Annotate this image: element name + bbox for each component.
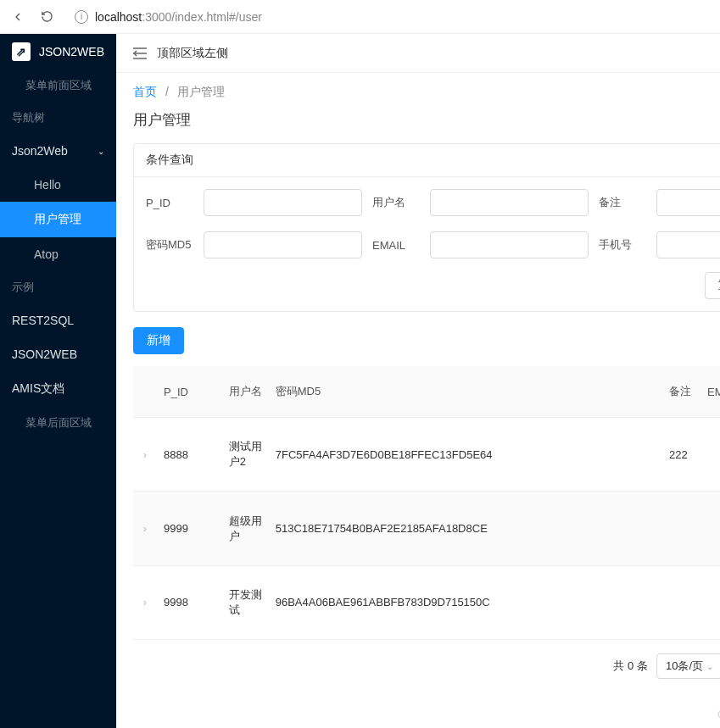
cell-email xyxy=(700,492,720,565)
cell-md5: 513C18E71754B0BAF2E2185AFA18D8CE xyxy=(269,492,662,565)
row-expand[interactable]: › xyxy=(133,492,157,565)
cell-email xyxy=(700,565,720,639)
cell-email xyxy=(700,418,720,492)
chevron-down-icon: ⌄ xyxy=(706,662,713,671)
example-label: 示例 xyxy=(0,271,116,303)
query-panel: 条件查询 P_ID 用户名 备注 密码MD5 EMAIL 手机号 重置 查询 xyxy=(133,143,720,312)
sidebar-link-json2web[interactable]: JSON2WEB xyxy=(0,337,116,371)
breadcrumb: 首页 / 用户管理 xyxy=(133,81,720,110)
browser-bar: i localhost:3000/index.html#/user xyxy=(0,0,720,34)
main: 顶部区域左侧 退出 首页 / 用户管理 用户管理 条件查询 P_ID 用户名 备… xyxy=(116,34,720,728)
label-remark: 备注 xyxy=(599,195,650,210)
input-phone[interactable] xyxy=(656,231,720,258)
sidebar-before: 菜单前面区域 xyxy=(0,69,116,102)
sidebar-link-label: JSON2WEB xyxy=(12,347,77,361)
collapse-icon[interactable] xyxy=(133,47,147,59)
field-email: EMAIL xyxy=(372,231,589,258)
sidebar-link-label: REST2SQL xyxy=(12,314,74,327)
sidebar-link-label: AMIS文档 xyxy=(12,381,64,397)
cell-pid: 9999 xyxy=(157,492,222,565)
field-md5: 密码MD5 xyxy=(146,231,362,258)
crumb-current: 用户管理 xyxy=(177,85,225,98)
field-pid: P_ID xyxy=(146,189,362,216)
user-table: P_ID 用户名 密码MD5 备注 EMAIL 手机号 操作 ›8888测试用户… xyxy=(133,366,720,640)
col-index xyxy=(133,366,157,418)
sidebar-item-atop[interactable]: Atop xyxy=(0,237,116,271)
table-row: ›8888测试用户27FC5FA4AF3D7E6D0BE18FFEC13FD5E… xyxy=(133,418,720,492)
brand[interactable]: ⇗ JSON2WEB xyxy=(0,34,116,69)
page-size-label: 10条/页 xyxy=(666,659,703,674)
col-remark: 备注 xyxy=(662,366,700,418)
brand-text: JSON2WEB xyxy=(39,45,104,58)
brand-icon: ⇗ xyxy=(12,42,31,61)
sidebar-item-user[interactable]: 用户管理 xyxy=(0,202,116,237)
back-icon[interactable] xyxy=(10,9,25,25)
field-remark: 备注 xyxy=(599,189,720,216)
table-row: ›9999超级用户513C18E71754B0BAF2E2185AFA18D8C… xyxy=(133,492,720,565)
col-email: EMAIL xyxy=(700,366,720,418)
page-title: 用户管理 xyxy=(133,110,720,130)
cell-remark xyxy=(662,492,700,565)
row-expand[interactable]: › xyxy=(133,565,157,639)
sidebar-after: 菜单后面区域 xyxy=(0,407,116,439)
pager-total: 共 0 条 xyxy=(613,659,647,674)
cell-username: 开发测试 xyxy=(222,565,269,639)
col-pid: P_ID xyxy=(157,366,222,418)
sidebar-group-label: Json2Web xyxy=(12,144,68,158)
table-row: ›9998开发测试96BA4A06BAE961ABBFB783D9D715150… xyxy=(133,565,720,639)
add-button[interactable]: 新增 xyxy=(133,327,184,354)
field-username: 用户名 xyxy=(372,189,589,216)
sidebar-item-hello[interactable]: Hello xyxy=(0,168,116,202)
label-pid: P_ID xyxy=(146,197,197,209)
input-email[interactable] xyxy=(430,231,589,258)
col-username: 用户名 xyxy=(222,366,269,418)
label-email: EMAIL xyxy=(372,239,423,252)
label-md5: 密码MD5 xyxy=(146,237,197,253)
col-md5: 密码MD5 xyxy=(269,366,662,418)
url-box[interactable]: i localhost:3000/index.html#/user xyxy=(68,10,710,24)
input-remark[interactable] xyxy=(656,189,720,216)
chevron-down-icon: ⌄ xyxy=(98,147,104,156)
info-icon: i xyxy=(75,10,88,24)
sidebar-group-json2web[interactable]: Json2Web ⌄ xyxy=(0,134,116,168)
cell-remark xyxy=(662,565,700,639)
query-title: 条件查询 xyxy=(134,144,720,177)
input-username[interactable] xyxy=(430,189,589,216)
url-text: localhost:3000/index.html#/user xyxy=(95,10,262,24)
cell-md5: 7FC5FA4AF3D7E6D0BE18FFEC13FD5E64 xyxy=(269,418,662,492)
row-expand[interactable]: › xyxy=(133,418,157,492)
cell-remark: 222 xyxy=(662,418,700,492)
topbar: 顶部区域左侧 退出 xyxy=(116,34,720,73)
content: 首页 / 用户管理 用户管理 条件查询 P_ID 用户名 备注 密码MD5 EM… xyxy=(116,73,720,728)
input-md5[interactable] xyxy=(204,231,362,258)
input-pid[interactable] xyxy=(204,189,362,216)
nav-label: 导航树 xyxy=(0,102,116,134)
label-phone: 手机号 xyxy=(599,237,650,253)
cell-pid: 9998 xyxy=(157,565,222,639)
crumb-home[interactable]: 首页 xyxy=(133,85,157,98)
cell-md5: 96BA4A06BAE961ABBFB783D9D715150C xyxy=(269,565,662,639)
cell-pid: 8888 xyxy=(157,418,222,492)
topbar-left-text: 顶部区域左侧 xyxy=(157,46,228,61)
cell-username: 测试用户2 xyxy=(222,418,269,492)
page-size-select[interactable]: 10条/页 ⌄ xyxy=(656,653,720,679)
pager: 共 0 条 10条/页 ⌄ ‹ 1 › xyxy=(133,640,720,686)
sidebar-link-amis[interactable]: AMIS文档 xyxy=(0,371,116,407)
reload-icon[interactable] xyxy=(39,9,54,25)
reset-button[interactable]: 重置 xyxy=(705,272,720,299)
cell-username: 超级用户 xyxy=(222,492,269,565)
sidebar-link-rest2sql[interactable]: REST2SQL xyxy=(0,303,116,337)
label-username: 用户名 xyxy=(372,195,423,210)
sidebar: ⇗ JSON2WEB 菜单前面区域 导航树 Json2Web ⌄ Hello 用… xyxy=(0,34,116,728)
field-phone: 手机号 xyxy=(599,231,720,258)
